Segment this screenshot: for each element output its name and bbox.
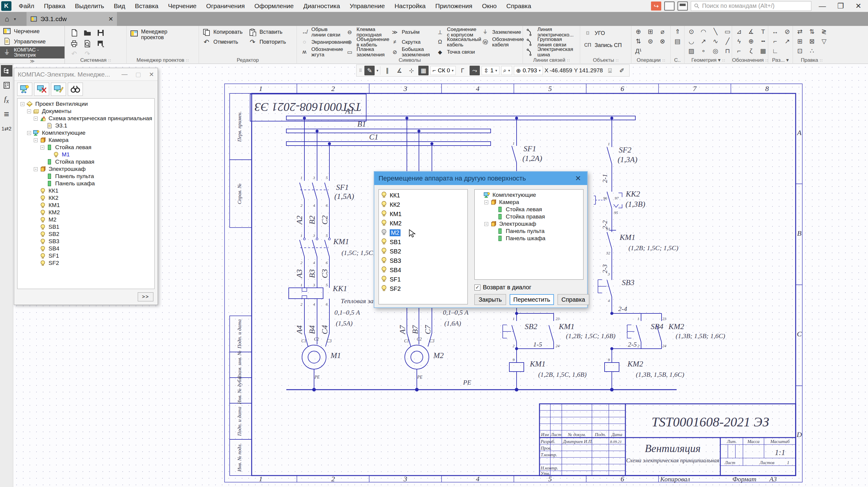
tree-item-Документы[interactable]: −Документы xyxy=(19,108,153,115)
zoom-mode-select[interactable]: ⌕ ▾ xyxy=(501,66,513,75)
edit-icon-4[interactable]: ⊞ xyxy=(795,37,805,46)
panel-maximize-icon[interactable]: ▢ xyxy=(135,71,141,78)
fx-variables-icon[interactable]: fx xyxy=(1,94,12,105)
expander-icon[interactable]: − xyxy=(34,138,38,142)
tree-item-Электрошкаф[interactable]: −Электрошкаф xyxy=(19,165,153,173)
save-icon[interactable] xyxy=(96,28,105,37)
cable-mark-button[interactable]: ⓌОбозначение кабеля xyxy=(479,37,525,47)
expander-icon[interactable]: − xyxy=(34,117,38,121)
terminal-button[interactable]: ⊖Клемма проходная xyxy=(344,27,389,37)
dialog-close-icon[interactable]: ✕ xyxy=(573,174,583,183)
notations-icon-8[interactable]: ζ xyxy=(746,47,756,56)
tree-item-Панель шкафа[interactable]: Панель шкафа xyxy=(19,180,153,187)
properties-list-icon[interactable] xyxy=(1,80,12,91)
menu-Окно[interactable]: Окно xyxy=(477,0,501,12)
operations-icon-5[interactable]: ⊜ xyxy=(645,37,655,46)
harness-button[interactable]: ʍОбозначение жгута xyxy=(299,47,344,57)
route-mode-icon[interactable]: ⤳ xyxy=(470,66,480,75)
chassis-button[interactable]: ⊥Соединение с корпусом xyxy=(434,27,479,37)
tree-item-Проект Вентиляции[interactable]: −Проект Вентиляции xyxy=(19,100,153,108)
dims-icon-5[interactable]: ∟ xyxy=(770,47,780,56)
edit-object-button[interactable] xyxy=(51,83,66,96)
tab-kompas-electric[interactable]: ⏚ КОМПАС - Электрик xyxy=(0,47,64,58)
tree-item-Панель пульта[interactable]: Панель пульта xyxy=(19,173,153,180)
line-break-button[interactable]: ↮Обрыв линии связи xyxy=(299,27,344,37)
device-item-SF2[interactable]: SF2 xyxy=(381,284,466,294)
tree-item-Э3.1[interactable]: Э3.1 xyxy=(19,122,153,129)
geometry-icon-6[interactable]: ↗ xyxy=(698,37,709,46)
menu-Выделить[interactable]: Выделить xyxy=(70,0,109,12)
notations-icon-7[interactable]: ⌐ xyxy=(734,47,744,56)
tree-item-Схема электрическая принципиальная[interactable]: −Схема электрическая принципиальная xyxy=(19,115,153,122)
device-item-М2[interactable]: М2 xyxy=(381,228,466,238)
device-item-SB1[interactable]: SB1 xyxy=(381,238,466,247)
notations-icon-9[interactable]: ▦ xyxy=(758,47,768,56)
expand-panel-button[interactable]: >> xyxy=(138,292,153,301)
move-button[interactable]: Переместить xyxy=(510,294,554,305)
geometry-icon-7[interactable]: ∿ xyxy=(710,37,721,46)
window-layout-icon[interactable] xyxy=(664,1,675,10)
dims-icon-2[interactable]: ⊘ xyxy=(782,27,792,36)
geometry-icon-11[interactable]: ◎ xyxy=(710,47,721,56)
open-icon[interactable] xyxy=(83,28,92,37)
device-item-SB4[interactable]: SB4 xyxy=(381,266,466,275)
geometry-icon-3[interactable]: ╲ xyxy=(710,27,721,36)
coordinate-system-select[interactable]: ⌐ СК 0 ▾ xyxy=(430,66,456,75)
cable-merge-button[interactable]: ⊕Объединение в кабель xyxy=(344,37,389,47)
edit-icon-5[interactable]: ⊠ xyxy=(807,37,817,46)
tree-item-Стойка левая[interactable]: Стойка левая xyxy=(476,206,582,213)
new-doc-icon[interactable] xyxy=(70,28,79,37)
tree-item-КК2[interactable]: КК2 xyxy=(19,194,153,202)
edit-icon-6[interactable]: ▽ xyxy=(819,37,829,46)
operations-icon-7[interactable]: Д¹ xyxy=(633,47,644,56)
tree-item-Комплектующие[interactable]: Комплектующие xyxy=(476,191,582,199)
operations-icon-1[interactable]: ⊕ xyxy=(633,27,644,36)
expander-icon[interactable]: − xyxy=(27,131,31,135)
zoom-value-select[interactable]: ⊕ 0.793 ▾ xyxy=(514,66,543,75)
expander-icon[interactable]: − xyxy=(484,222,488,226)
geometry-icon-9[interactable]: ▨ xyxy=(686,47,696,56)
tab-management[interactable]: Управление xyxy=(0,36,64,47)
restore-button[interactable]: ❐ xyxy=(833,2,848,10)
dims-icon-1[interactable]: ↔ xyxy=(770,27,780,36)
operations-icon-2[interactable]: ⊞ xyxy=(645,27,655,36)
dims-icon-4[interactable]: ↗ xyxy=(782,37,792,46)
settings-window-icon[interactable] xyxy=(678,1,688,10)
undo-button[interactable]: ↶ Отменить xyxy=(201,37,244,47)
menu-Настройка[interactable]: Настройка xyxy=(390,0,430,12)
twist-button[interactable]: ≠Скрутка xyxy=(389,37,434,47)
document-tab[interactable]: Э3.1.cdw ✕ xyxy=(27,12,117,26)
electric-line-button[interactable]: Линия электрическо... xyxy=(525,27,578,37)
tree-item-Комплектующие[interactable]: −Комплектующие xyxy=(19,129,153,136)
notations-icon-2[interactable]: ∡ xyxy=(746,27,756,36)
project-manager-button[interactable]: Менеджер проектов xyxy=(128,27,197,41)
surface-tree[interactable]: Комплектующие−КамераСтойка леваяСтойка п… xyxy=(474,189,584,280)
geometry-icon-5[interactable]: ◡ xyxy=(686,37,696,46)
tree-item-Камера[interactable]: −Камера xyxy=(476,199,582,206)
geometry-icon-8[interactable]: ╱ xyxy=(722,37,733,46)
panel-title-bar[interactable]: КОМПАС-Электрик. Менедже... — ▢ ✕ xyxy=(14,68,158,81)
geometry-icon-2[interactable]: ◠ xyxy=(698,27,709,36)
tree-item-Стойка левая[interactable]: −Стойка левая xyxy=(19,144,153,151)
print-icon[interactable] xyxy=(70,39,79,48)
kompas-logo-icon[interactable]: K xyxy=(1,1,11,11)
quick-launch-icon[interactable]: ↪ xyxy=(651,1,661,10)
cursor-x-coordinate[interactable]: X -46.4859 xyxy=(545,67,572,74)
tab-drawing[interactable]: Черчение xyxy=(0,26,64,36)
device-item-КМ1[interactable]: КМ1 xyxy=(381,209,466,219)
line-style-select[interactable]: ⇳ 1 ▾ xyxy=(482,66,499,75)
home-caret-icon[interactable]: ▾ xyxy=(14,12,22,26)
coax-button[interactable]: ΩКоаксиальный кабель xyxy=(434,37,479,47)
menu-Справка[interactable]: Справка xyxy=(501,0,536,12)
menu-Вставка[interactable]: Вставка xyxy=(130,0,163,12)
tree-item-КМ1[interactable]: КМ1 xyxy=(19,202,153,209)
edit-icon-1[interactable]: ⇄ xyxy=(795,27,805,36)
snap-caret-icon[interactable]: ▾ xyxy=(376,68,378,72)
menu-Управление[interactable]: Управление xyxy=(345,0,390,12)
menu-Вид[interactable]: Вид xyxy=(109,0,130,12)
dialog-title-bar[interactable]: Перемещение аппарата на другую поверхнос… xyxy=(374,172,587,185)
tree-item-М1[interactable]: М1 xyxy=(19,151,153,158)
operations-icon-6[interactable]: ⊗ xyxy=(657,37,668,46)
menu-Диагностика[interactable]: Диагностика xyxy=(299,0,345,12)
save-as-icon[interactable] xyxy=(96,39,105,48)
